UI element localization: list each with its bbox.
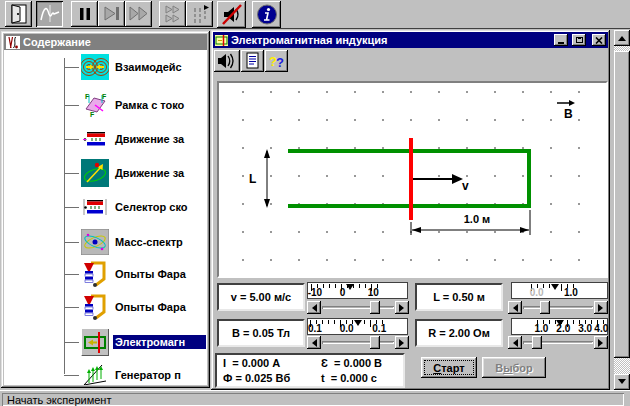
curve-trace-icon (39, 3, 61, 25)
graph-mode-button[interactable] (36, 1, 63, 27)
sound-button[interactable] (214, 50, 240, 72)
slider-left-arrow[interactable] (508, 336, 522, 349)
list-item-mass-spectrometer[interactable]: Масс-спектр (64, 226, 206, 258)
pause-icon (74, 3, 96, 25)
velocity-selector-icon (83, 198, 107, 216)
list-item-label: Генератор п (113, 368, 183, 382)
close-button[interactable] (592, 34, 606, 46)
svg-text:?: ? (276, 55, 284, 70)
pause-button[interactable] (71, 1, 98, 27)
current-frame-icon: F F F (82, 92, 108, 118)
list-item-faraday-1[interactable]: Опыты Фара (64, 258, 206, 290)
slider-thumb[interactable] (370, 336, 380, 349)
restore-icon (576, 37, 583, 43)
slider-right-arrow[interactable] (594, 336, 608, 349)
length-value: L = 0.50 м (415, 283, 503, 311)
contents-window-icon (6, 36, 20, 49)
contents-titlebar[interactable]: Содержание (4, 34, 207, 50)
list-item-label: Опыты Фара (113, 267, 188, 281)
slider-right-arrow[interactable] (395, 336, 409, 349)
field-vector-label: B (564, 107, 573, 121)
list-item-label: Селектор ско (113, 200, 189, 214)
resistance-value: R = 2.00 Ом (415, 319, 503, 347)
field-value: B = 0.05 Тл (217, 319, 305, 347)
mass-spectrometer-icon (81, 229, 109, 255)
slider-right-arrow[interactable] (395, 301, 409, 314)
document-icon (244, 52, 261, 70)
velocity-slider (307, 301, 409, 314)
experiment-diagram: B v (217, 81, 608, 278)
field-slider (307, 336, 409, 349)
minimize-button[interactable] (554, 34, 568, 46)
scroll-down-button[interactable] (614, 374, 630, 390)
slider-left-arrow[interactable] (307, 336, 321, 349)
moving-rod (409, 138, 413, 220)
readout-panel: I = 0.000 А Ɛ = 0.000 В Ф = 0.025 Вб t =… (215, 353, 405, 388)
double-question-icon: ? ? (267, 52, 286, 70)
flux-readout: Ф = 0.025 Вб (223, 372, 321, 384)
length-slider (508, 301, 608, 314)
slider-right-arrow[interactable] (594, 301, 608, 314)
info-button[interactable] (252, 1, 281, 28)
start-button[interactable]: Старт (421, 357, 477, 378)
help-button[interactable]: ? ? (265, 50, 288, 72)
velocity-value: v = 5.00 м/с (217, 283, 305, 311)
notes-button[interactable] (241, 50, 264, 72)
scale-pointer (551, 284, 559, 294)
list-item-label: Масс-спектр (113, 235, 185, 249)
list-item-generator[interactable]: Генератор п (64, 359, 206, 385)
faraday-experiment-icon (82, 293, 108, 321)
exit-button[interactable] (5, 1, 32, 27)
experiment-window-icon (215, 35, 228, 46)
fast-forward-button[interactable] (125, 1, 152, 27)
list-item-em-induction[interactable]: Электромагн (64, 326, 206, 358)
field-scale: 0.1 0.0 0.1 (307, 318, 408, 335)
faraday-experiment-icon (82, 260, 108, 288)
slider-left-arrow[interactable] (508, 301, 522, 314)
time-readout: t = 0.000 с (321, 372, 403, 384)
mdi-area: Содержание Взаимодейс (0, 30, 630, 390)
experiment-titlebar[interactable]: Электромагнитная индукция (213, 32, 608, 48)
velocity-label: v (462, 179, 469, 193)
contents-window-title: Содержание (23, 36, 205, 48)
select-button[interactable]: Выбор (482, 357, 546, 378)
svg-text:F: F (90, 111, 95, 118)
list-item-velocity-selector[interactable]: Селектор ско (64, 191, 206, 223)
resistance-slider (508, 336, 608, 349)
list-item-charge-motion-1[interactable]: Движение за (64, 123, 206, 155)
info-icon (255, 3, 279, 26)
vertical-scrollbar[interactable] (614, 30, 630, 390)
frame-step-button[interactable] (186, 1, 213, 27)
scrollbar-thumb[interactable] (614, 51, 630, 358)
list-item-current-frame[interactable]: F F F Рамка с токо (64, 89, 206, 121)
scale-pointer (346, 284, 354, 294)
slider-thumb[interactable] (540, 301, 550, 314)
list-item-label: Рамка с токо (113, 98, 186, 112)
main-toolbar (0, 0, 630, 29)
up-arrow-icon (618, 32, 626, 41)
double-chevron-icon (162, 3, 184, 25)
contents-window: Содержание Взаимодейс (1, 31, 210, 388)
step-forward-button[interactable] (98, 1, 125, 27)
svg-text:F: F (85, 93, 90, 100)
list-item-label: Электромагн (113, 335, 206, 349)
down-arrow-icon (618, 379, 626, 388)
scroll-up-button[interactable] (614, 30, 630, 46)
trajectory-icon (81, 159, 109, 187)
restore-button[interactable] (572, 34, 586, 46)
step-forward-icon (101, 3, 123, 25)
slider-left-arrow[interactable] (307, 301, 321, 314)
list-item-faraday-2[interactable]: Опыты Фара (64, 291, 206, 323)
double-chevron-button[interactable] (159, 1, 186, 27)
list-item-interaction[interactable]: Взаимодейс (64, 51, 206, 83)
status-bar: Начать эксперимент (0, 390, 630, 406)
list-item-charge-motion-2[interactable]: Движение за (64, 157, 206, 189)
length-scale: 0.0 1.0 (511, 282, 608, 299)
slider-thumb[interactable] (532, 336, 542, 349)
sound-off-button[interactable] (217, 1, 246, 28)
list-item-label: Взаимодейс (113, 60, 184, 74)
resistance-scale: 1.0 2.0 3.0 4.0 (511, 318, 608, 335)
slider-thumb[interactable] (370, 301, 380, 314)
length-label: L (249, 172, 256, 186)
contents-list: Взаимодейс F F F Рамка с токо (4, 50, 207, 385)
